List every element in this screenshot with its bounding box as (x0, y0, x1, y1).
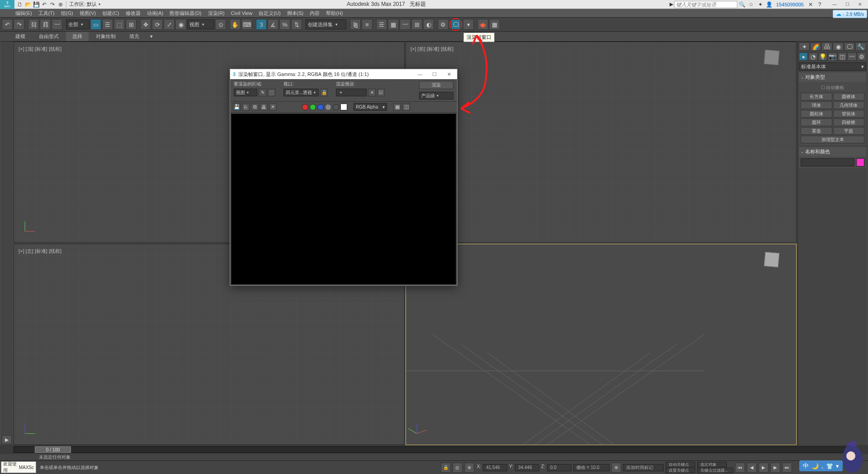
schematic-view-button[interactable]: ⊞ (411, 19, 422, 30)
align-button[interactable]: ≡ (362, 19, 373, 30)
app-logo[interactable]: 3MAX (0, 0, 14, 9)
menu-content[interactable]: 内容 (310, 10, 320, 17)
open-icon[interactable]: 📂 (24, 1, 32, 8)
link-icon[interactable]: ⊕ (57, 1, 64, 8)
close-button[interactable]: ✕ (854, 0, 866, 9)
menu-animation[interactable]: 动画(A) (147, 10, 164, 17)
mirror-button[interactable]: ⧎ (350, 19, 361, 30)
menu-modifiers[interactable]: 修改器 (126, 10, 141, 17)
tab-populate[interactable]: 填充 (123, 32, 146, 41)
rw-render-button[interactable]: 渲染 (419, 81, 453, 89)
rw-quality-dropdown[interactable]: 产品级 (419, 92, 453, 100)
username[interactable]: 1545099005 (774, 2, 806, 7)
setkey-button[interactable]: 设置关键点 (665, 468, 695, 473)
tab-objectpaint[interactable]: 对象绘制 (90, 32, 122, 41)
selection-filter[interactable]: 全部 (66, 19, 90, 29)
minimize-button[interactable]: — (828, 0, 841, 9)
manipulate-button[interactable]: ✋ (230, 19, 241, 30)
autokey-button[interactable]: 自动关键点 (665, 462, 695, 467)
redo-button[interactable]: ↷ (14, 19, 24, 30)
menu-views[interactable]: 视图(V) (80, 10, 96, 17)
menu-rendering[interactable]: 渲染(R) (208, 10, 225, 17)
rw-preset-save-icon[interactable]: ✶ (368, 89, 376, 96)
rw-close-button[interactable]: ✕ (443, 71, 454, 77)
snap-toggle-button[interactable]: 3 (256, 19, 267, 30)
render-iterative-button[interactable]: ▦ (489, 19, 500, 30)
menu-customize[interactable]: 自定义(U) (259, 10, 280, 17)
link-button[interactable]: ⛓ (28, 19, 39, 30)
toggle-ribbon-button[interactable]: ▦ (388, 19, 399, 30)
lock-selection-icon[interactable]: 🔒 (441, 463, 451, 473)
rw-overlay-icon[interactable]: ▦ (393, 103, 401, 111)
rw-clone-icon[interactable]: ⧉ (251, 103, 259, 111)
isolate-icon[interactable]: ◎ (453, 463, 462, 473)
rollout-name-color[interactable]: -名称和颜色 (799, 147, 866, 156)
prim-textplus[interactable]: 加强型文本 (801, 136, 864, 143)
helpers-icon[interactable]: ◫ (838, 52, 847, 61)
prim-tube[interactable]: 管状体 (833, 110, 865, 118)
modify-panel-icon[interactable]: 🌈 (810, 43, 821, 51)
coord-x[interactable]: 41.546 (483, 464, 507, 471)
geometry-icon[interactable]: ● (799, 52, 808, 61)
tab-freeform[interactable]: 自由形式 (33, 32, 65, 41)
lights-icon[interactable]: 💡 (818, 52, 827, 61)
curve-editor-button[interactable]: 〰 (400, 19, 410, 30)
comm-center-icon[interactable]: ☆ (747, 0, 755, 9)
rw-maximize-button[interactable]: ☐ (429, 71, 440, 77)
rw-area-region-icon[interactable]: ⬚ (268, 89, 275, 96)
rw-area-dropdown[interactable]: 视图 (234, 89, 257, 96)
rw-mono-channel[interactable] (333, 104, 339, 110)
search-icon[interactable]: 🔍 (738, 0, 746, 9)
spinner-snap-button[interactable]: ⇅ (291, 19, 302, 30)
fav-icon[interactable]: ✦ (756, 0, 764, 9)
menu-help[interactable]: 帮助(H) (326, 10, 343, 17)
move-button[interactable]: ✥ (140, 19, 151, 30)
coord-z[interactable]: 0.0 (547, 464, 571, 471)
render-flyout-button[interactable]: ▾ (463, 19, 474, 30)
hierarchy-panel-icon[interactable]: 品 (821, 43, 832, 51)
rw-bg-swatch[interactable] (340, 104, 347, 110)
undo-button[interactable]: ↶ (2, 19, 13, 30)
named-selection-set[interactable]: 创建选择集 (306, 19, 346, 29)
shapes-icon[interactable]: ◔ (808, 52, 817, 61)
bind-spacewarp-button[interactable]: 〰 (52, 19, 62, 30)
rw-alpha-channel[interactable] (325, 104, 331, 110)
absolute-transform-icon[interactable]: ⊕ (464, 463, 474, 473)
rw-clear-icon[interactable]: ✕ (269, 103, 277, 111)
autogrid-checkbox[interactable]: ☐ 自动栅格 (801, 84, 864, 92)
prim-torus[interactable]: 圆环 (801, 118, 832, 126)
ribbon-expand-icon[interactable]: ▾ (146, 32, 156, 41)
workspace-selector[interactable]: 工作区: 默认▾ (66, 1, 103, 8)
save-icon[interactable]: 💾 (33, 1, 40, 8)
exchange-icon[interactable]: ✕ (807, 0, 815, 9)
tab-selection[interactable]: 选择 (66, 32, 89, 41)
rw-area-edit-icon[interactable]: ✎ (259, 89, 266, 96)
material-editor-button[interactable]: ◐ (423, 19, 434, 30)
subcategory-dropdown[interactable]: 标准基本体▾ (799, 62, 866, 71)
rw-channel-dropdown[interactable]: RGB Alpha▾ (354, 103, 387, 111)
viewport-label[interactable]: [+] [前] [标准] [线框] (410, 46, 453, 52)
time-slider[interactable]: 0 / 100 (0, 445, 868, 454)
ref-coord-system[interactable]: 视图 (187, 19, 214, 29)
menu-tools[interactable]: 工具(T) (38, 10, 55, 17)
rw-preset-dropdown[interactable] (336, 89, 367, 96)
viewport-label[interactable]: [+] [顶] [标准] [线框] (19, 46, 61, 52)
systems-icon[interactable]: ⚙ (857, 52, 866, 61)
view-cube[interactable] (761, 47, 783, 68)
viewport-front[interactable]: [+] [前] [标准] [线框] (406, 42, 797, 243)
keyboard-shortcut-button[interactable]: ⌨ (241, 19, 252, 30)
pivot-button[interactable]: ⊙ (215, 19, 226, 30)
next-frame-icon[interactable]: ▶ (770, 463, 780, 473)
prev-frame-icon[interactable]: ◀ (747, 463, 757, 473)
rw-render-canvas[interactable] (231, 114, 456, 284)
rw-lock-viewport-icon[interactable]: 🔒 (320, 89, 328, 96)
prim-teapot[interactable]: 茶壶 (801, 127, 832, 135)
prim-geosphere[interactable]: 几何球体 (833, 101, 865, 109)
prim-sphere[interactable]: 球体 (801, 101, 832, 109)
spacewarps-icon[interactable]: 〰 (847, 52, 856, 61)
object-name-input[interactable] (801, 158, 854, 166)
rollout-object-type[interactable]: -对象类型 (799, 72, 866, 82)
rw-copy-icon[interactable]: ⎘ (242, 103, 250, 111)
rw-print-icon[interactable]: 🖶 (260, 103, 268, 111)
help-icon[interactable]: ? (816, 0, 824, 9)
